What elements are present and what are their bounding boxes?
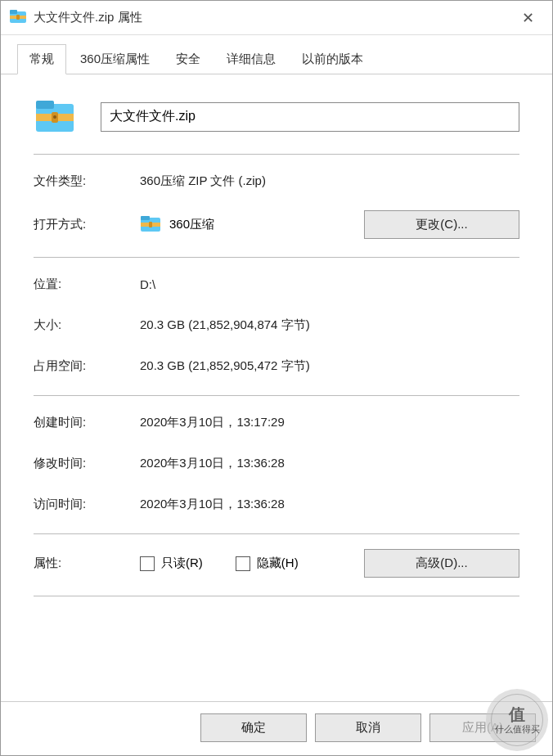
divider [34,533,519,534]
app-icon [140,213,161,236]
tab-bar: 常规 360压缩属性 安全 详细信息 以前的版本 [1,35,552,74]
hidden-checkbox[interactable]: 隐藏(H) [236,556,299,571]
modified-label: 修改时间: [34,456,140,471]
openwith-label: 打开方式: [34,217,140,232]
dialog-footer: 确定 取消 应用(A) [1,701,552,755]
openwith-app: 360压缩 [169,217,214,232]
checkbox-icon [236,556,250,571]
filetype-label: 文件类型: [34,173,140,189]
attributes-label: 属性: [34,556,140,571]
readonly-checkbox[interactable]: 只读(R) [140,556,203,571]
tab-compress[interactable]: 360压缩属性 [68,44,162,74]
titlebar: 大文件文件.zip 属性 ✕ [1,1,552,35]
svg-point-8 [53,115,56,119]
ok-button[interactable]: 确定 [200,713,307,742]
window-title: 大文件文件.zip 属性 [34,10,511,25]
divider [34,395,519,396]
svg-rect-10 [141,216,150,220]
tab-previous[interactable]: 以前的版本 [290,44,375,74]
change-button[interactable]: 更改(C)... [364,210,519,239]
created-value: 2020年3月10日，13:17:29 [140,415,519,430]
properties-dialog: 大文件文件.zip 属性 ✕ 常规 360压缩属性 安全 详细信息 以前的版本 [0,0,553,756]
zip-file-icon [9,7,27,28]
tab-details[interactable]: 详细信息 [214,44,288,74]
readonly-label: 只读(R) [161,556,203,571]
location-value: D:\ [140,277,519,291]
hidden-label: 隐藏(H) [257,556,299,571]
apply-button[interactable]: 应用(A) [429,713,536,742]
zip-file-icon-large [34,94,76,139]
svg-rect-12 [149,222,152,227]
svg-rect-1 [10,10,17,14]
sizeondisk-value: 20.3 GB (21,852,905,472 字节) [140,358,519,374]
accessed-label: 访问时间: [34,497,140,512]
svg-rect-5 [36,101,54,109]
size-value: 20.3 GB (21,852,904,874 字节) [140,317,519,333]
cancel-button[interactable]: 取消 [315,713,421,742]
location-label: 位置: [34,277,140,292]
divider [34,154,519,155]
tab-general[interactable]: 常规 [17,44,66,74]
tab-security[interactable]: 安全 [164,44,213,74]
filename-input[interactable] [101,102,519,132]
accessed-value: 2020年3月10日，13:36:28 [140,497,519,512]
created-label: 创建时间: [34,415,140,430]
tab-content: 文件类型: 360压缩 ZIP 文件 (.zip) 打开方式: 360压缩 更改… [1,74,552,701]
size-label: 大小: [34,317,140,333]
divider [34,596,519,596]
checkbox-icon [140,556,155,571]
divider [34,257,519,258]
modified-value: 2020年3月10日，13:36:28 [140,456,519,471]
svg-rect-3 [16,15,20,20]
close-button[interactable]: ✕ [511,9,544,27]
filetype-value: 360压缩 ZIP 文件 (.zip) [140,173,519,189]
advanced-button[interactable]: 高级(D)... [364,549,519,578]
sizeondisk-label: 占用空间: [34,358,140,374]
